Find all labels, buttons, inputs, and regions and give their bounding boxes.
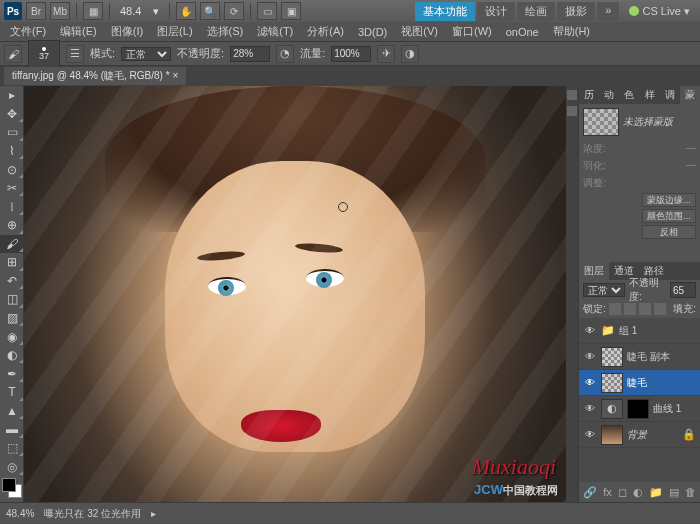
tool-preset-button[interactable]: 🖌	[4, 45, 22, 63]
minibridge-icon[interactable]: Mb	[50, 2, 70, 20]
menu-onone[interactable]: onOne	[500, 24, 545, 40]
layer-row-selected[interactable]: 👁 睫毛	[579, 370, 700, 396]
lock-position-icon[interactable]	[639, 303, 651, 315]
hand-tool-icon[interactable]: ✋	[176, 2, 196, 20]
tab-styles[interactable]: 样式	[640, 86, 660, 104]
visibility-icon[interactable]: 👁	[583, 402, 597, 416]
status-arrow[interactable]: ▸	[151, 508, 156, 519]
layer-name[interactable]: 睫毛	[627, 376, 696, 390]
layer-thumbnail[interactable]	[601, 373, 623, 393]
workspace-tab-design[interactable]: 设计	[477, 2, 515, 21]
airbrush-icon[interactable]: ✈	[377, 45, 395, 63]
status-zoom[interactable]: 48.4%	[6, 508, 34, 519]
menu-analysis[interactable]: 分析(A)	[301, 22, 350, 41]
collapsed-panel-icon[interactable]	[567, 106, 577, 116]
color-range-button[interactable]: 颜色范围...	[642, 209, 696, 223]
type-tool[interactable]: T	[0, 383, 24, 402]
visibility-icon[interactable]: 👁	[583, 324, 597, 338]
delete-layer-icon[interactable]: 🗑	[685, 485, 696, 499]
menu-filter[interactable]: 滤镜(T)	[251, 22, 299, 41]
3d-camera-tool[interactable]: ◎	[0, 457, 24, 476]
mask-edge-button[interactable]: 蒙版边缘...	[642, 193, 696, 207]
layer-row-background[interactable]: 👁 背景 🔒	[579, 422, 700, 448]
marquee-tool[interactable]: ▭	[0, 123, 24, 142]
menu-image[interactable]: 图像(I)	[105, 22, 149, 41]
layer-row-adjustment[interactable]: 👁 ◐ 曲线 1	[579, 396, 700, 422]
workspace-tab-photography[interactable]: 摄影	[557, 2, 595, 21]
menu-edit[interactable]: 编辑(E)	[54, 22, 103, 41]
tab-history[interactable]: 历史	[579, 86, 599, 104]
tab-swatches[interactable]: 色板	[619, 86, 639, 104]
menu-file[interactable]: 文件(F)	[4, 22, 52, 41]
new-layer-icon[interactable]: ▤	[669, 485, 679, 499]
view-extras-icon[interactable]: ▦	[83, 2, 103, 20]
zoom-display[interactable]: 48.4	[116, 5, 145, 17]
tab-masks[interactable]: 蒙版	[680, 86, 700, 104]
layer-thumbnail[interactable]	[601, 347, 623, 367]
layer-blend-select[interactable]: 正常	[583, 283, 625, 297]
stamp-tool[interactable]: ⊞	[0, 253, 24, 272]
color-swatches[interactable]	[0, 476, 23, 502]
menu-window[interactable]: 窗口(W)	[446, 22, 498, 41]
layer-name[interactable]: 曲线 1	[653, 402, 696, 416]
tab-layers[interactable]: 图层	[579, 262, 609, 280]
history-brush-tool[interactable]: ↶	[0, 272, 24, 291]
link-layers-icon[interactable]: 🔗	[583, 485, 597, 499]
rotate-view-icon[interactable]: ⟳	[224, 2, 244, 20]
layer-name[interactable]: 组 1	[619, 324, 696, 338]
layer-name[interactable]: 背景	[627, 428, 678, 442]
move-tool[interactable]: ✥	[0, 105, 24, 124]
blur-tool[interactable]: ◉	[0, 327, 24, 346]
pen-tool[interactable]: ✒	[0, 364, 24, 383]
opacity-pressure-icon[interactable]: ◔	[276, 45, 294, 63]
tab-adjustments[interactable]: 调整	[660, 86, 680, 104]
menu-3d[interactable]: 3D(D)	[352, 24, 393, 40]
brush-tool[interactable]: 🖌	[0, 235, 24, 254]
lock-pixels-icon[interactable]	[624, 303, 636, 315]
layer-row[interactable]: 👁 睫毛 副本	[579, 344, 700, 370]
lock-all-icon[interactable]	[654, 303, 666, 315]
add-mask-icon[interactable]: ◻	[618, 485, 627, 499]
brush-panel-toggle[interactable]: ☰	[66, 45, 84, 63]
tools-collapse[interactable]: ▸	[0, 86, 24, 105]
opacity-input[interactable]	[230, 46, 270, 62]
lasso-tool[interactable]: ⌇	[0, 142, 24, 161]
path-select-tool[interactable]: ▲	[0, 402, 24, 421]
eraser-tool[interactable]: ◫	[0, 290, 24, 309]
layer-name[interactable]: 睫毛 副本	[627, 350, 696, 364]
quick-select-tool[interactable]: ⊙	[0, 160, 24, 179]
document-tab[interactable]: tiffany.jpg @ 48.4% (睫毛, RGB/8) * ×	[4, 67, 186, 85]
healing-tool[interactable]: ⊕	[0, 216, 24, 235]
status-info[interactable]: 曝光只在 32 位光作用	[44, 507, 141, 521]
bridge-icon[interactable]: Br	[26, 2, 46, 20]
gradient-tool[interactable]: ▨	[0, 309, 24, 328]
workspace-more[interactable]: »	[597, 2, 619, 21]
workspace-tab-essentials[interactable]: 基本功能	[415, 2, 475, 21]
menu-help[interactable]: 帮助(H)	[547, 22, 596, 41]
foreground-color[interactable]	[2, 478, 16, 492]
zoom-tool-icon[interactable]: 🔍	[200, 2, 220, 20]
blend-mode-select[interactable]: 正常	[121, 47, 171, 61]
dodge-tool[interactable]: ◐	[0, 346, 24, 365]
arrange-docs-icon[interactable]: ▭	[257, 2, 277, 20]
crop-tool[interactable]: ✂	[0, 179, 24, 198]
tablet-pressure-icon[interactable]: ◑	[401, 45, 419, 63]
new-group-icon[interactable]: 📁	[649, 485, 663, 499]
collapsed-panel-icon[interactable]	[567, 90, 577, 100]
flow-input[interactable]	[331, 46, 371, 62]
visibility-icon[interactable]: 👁	[583, 350, 597, 364]
layer-mask-thumbnail[interactable]	[627, 399, 649, 419]
layer-opacity-input[interactable]	[670, 282, 696, 298]
screen-mode-icon[interactable]: ▣	[281, 2, 301, 20]
adjustment-icon[interactable]: ◐	[601, 399, 623, 419]
layer-fx-icon[interactable]: fx	[603, 485, 612, 499]
menu-layer[interactable]: 图层(L)	[151, 22, 198, 41]
layer-thumbnail[interactable]	[601, 425, 623, 445]
menu-select[interactable]: 选择(S)	[201, 22, 250, 41]
menu-view[interactable]: 视图(V)	[395, 22, 444, 41]
3d-tool[interactable]: ⬚	[0, 439, 24, 458]
visibility-icon[interactable]: 👁	[583, 376, 597, 390]
tab-actions[interactable]: 动作	[599, 86, 619, 104]
eyedropper-tool[interactable]: ⁞	[0, 197, 24, 216]
workspace-tab-painting[interactable]: 绘画	[517, 2, 555, 21]
